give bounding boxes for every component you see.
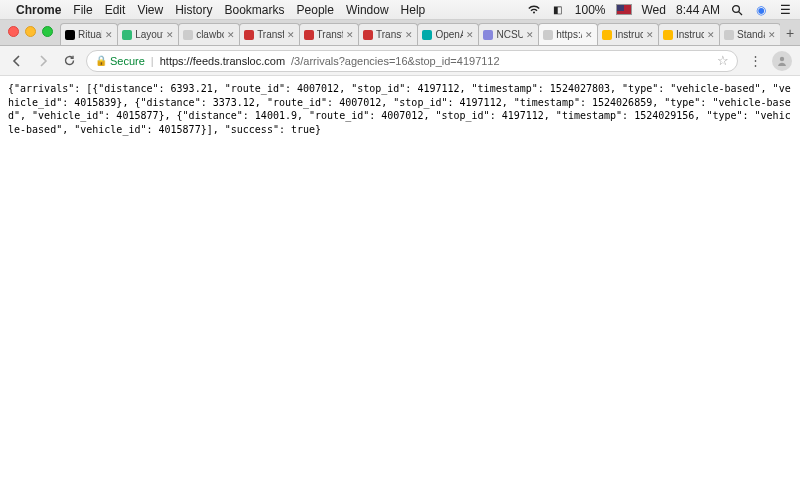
tab-favicon	[122, 30, 132, 40]
browser-tab[interactable]: Ritual✕	[60, 23, 118, 45]
nav-back-button[interactable]	[8, 52, 26, 70]
profile-avatar[interactable]	[772, 51, 792, 71]
tab-favicon	[422, 30, 432, 40]
tab-favicon	[244, 30, 254, 40]
tab-title: Transf	[317, 29, 343, 40]
tab-title: Transf	[257, 29, 283, 40]
tab-close-icon[interactable]: ✕	[166, 30, 174, 40]
wifi-icon[interactable]	[527, 3, 541, 17]
tab-title: OpenA	[435, 29, 463, 40]
browser-tab[interactable]: Instruc✕	[658, 23, 720, 45]
tab-favicon	[183, 30, 193, 40]
tab-close-icon[interactable]: ✕	[405, 30, 413, 40]
window-controls	[8, 26, 53, 37]
input-flag-icon[interactable]	[616, 4, 632, 15]
menu-edit[interactable]: Edit	[105, 3, 126, 17]
tab-favicon	[65, 30, 75, 40]
tab-close-icon[interactable]: ✕	[227, 30, 235, 40]
browser-tab[interactable]: NCSU✕	[478, 23, 539, 45]
menu-bookmarks[interactable]: Bookmarks	[225, 3, 285, 17]
svg-line-1	[739, 11, 742, 14]
tab-title: Instruc	[676, 29, 704, 40]
bookmark-star-icon[interactable]: ☆	[717, 53, 729, 68]
tab-favicon	[663, 30, 673, 40]
browser-tab[interactable]: Transf✕	[299, 23, 359, 45]
clock-day[interactable]: Wed	[642, 3, 666, 17]
address-bar[interactable]: 🔒 Secure | https://feeds.transloc.com/3/…	[86, 50, 738, 72]
browser-tab[interactable]: clawbo✕	[178, 23, 240, 45]
tab-close-icon[interactable]: ✕	[466, 30, 474, 40]
window-zoom[interactable]	[42, 26, 53, 37]
nav-forward-button[interactable]	[34, 52, 52, 70]
tab-title: NCSU	[496, 29, 523, 40]
tab-favicon	[483, 30, 493, 40]
tab-close-icon[interactable]: ✕	[105, 30, 113, 40]
secure-indicator[interactable]: 🔒 Secure	[95, 55, 145, 67]
browser-tab[interactable]: Transf✕	[239, 23, 299, 45]
tab-close-icon[interactable]: ✕	[346, 30, 354, 40]
tab-close-icon[interactable]: ✕	[768, 30, 776, 40]
url-separator: |	[151, 55, 154, 67]
app-name[interactable]: Chrome	[16, 3, 61, 17]
nav-reload-button[interactable]	[60, 52, 78, 70]
app-menu: Chrome File Edit View History Bookmarks …	[16, 3, 425, 17]
tab-close-icon[interactable]: ✕	[526, 30, 534, 40]
secure-label: Secure	[110, 55, 145, 67]
browser-tab[interactable]: Instruc✕	[597, 23, 659, 45]
menu-history[interactable]: History	[175, 3, 212, 17]
spotlight-icon[interactable]	[730, 3, 744, 17]
tab-title: Instruc	[615, 29, 643, 40]
browser-tab[interactable]: Standa✕	[719, 23, 780, 45]
tab-close-icon[interactable]: ✕	[585, 30, 593, 40]
menu-people[interactable]: People	[297, 3, 334, 17]
browser-tab[interactable]: Transf✕	[358, 23, 418, 45]
tab-favicon	[543, 30, 553, 40]
tab-close-icon[interactable]: ✕	[646, 30, 654, 40]
browser-toolbar: 🔒 Secure | https://feeds.transloc.com/3/…	[0, 46, 800, 76]
window-minimize[interactable]	[25, 26, 36, 37]
tab-favicon	[363, 30, 373, 40]
svg-point-2	[780, 56, 784, 60]
json-response-text: {"arrivals": [{"distance": 6393.21, "rou…	[8, 83, 791, 135]
status-icons: ◧ 100% Wed 8:44 AM ◉ ☰	[527, 3, 792, 17]
menu-view[interactable]: View	[137, 3, 163, 17]
tab-title: Layout	[135, 29, 163, 40]
url-path: /3/arrivals?agencies=16&stop_id=4197112	[291, 55, 500, 67]
tab-close-icon[interactable]: ✕	[707, 30, 715, 40]
tab-title: https:/	[556, 29, 582, 40]
battery-icon[interactable]: ◧	[551, 3, 565, 17]
new-tab-button[interactable]: +	[780, 25, 800, 41]
tab-favicon	[602, 30, 612, 40]
chrome-menu-icon[interactable]: ⋮	[746, 53, 764, 68]
browser-tab[interactable]: OpenA✕	[417, 23, 479, 45]
tab-favicon	[724, 30, 734, 40]
control-center-icon[interactable]: ◉	[754, 3, 768, 17]
tab-close-icon[interactable]: ✕	[287, 30, 295, 40]
window-close[interactable]	[8, 26, 19, 37]
tab-title: clawbo	[196, 29, 224, 40]
battery-percent: 100%	[575, 3, 606, 17]
menu-help[interactable]: Help	[401, 3, 426, 17]
tab-title: Ritual	[78, 29, 102, 40]
menu-file[interactable]: File	[73, 3, 92, 17]
browser-tab[interactable]: Layout✕	[117, 23, 179, 45]
svg-point-0	[733, 5, 740, 12]
lock-icon: 🔒	[95, 55, 107, 66]
notifications-icon[interactable]: ☰	[778, 3, 792, 17]
browser-tab[interactable]: https:/✕	[538, 23, 598, 45]
clock-time[interactable]: 8:44 AM	[676, 3, 720, 17]
tab-title: Transf	[376, 29, 402, 40]
tab-favicon	[304, 30, 314, 40]
mac-menubar: Chrome File Edit View History Bookmarks …	[0, 0, 800, 20]
url-host: https://feeds.transloc.com	[160, 55, 285, 67]
menu-window[interactable]: Window	[346, 3, 389, 17]
page-body: {"arrivals": [{"distance": 6393.21, "rou…	[0, 76, 800, 142]
tab-title: Standa	[737, 29, 765, 40]
browser-tabstrip: Ritual✕Layout✕clawbo✕Transf✕Transf✕Trans…	[0, 20, 800, 46]
